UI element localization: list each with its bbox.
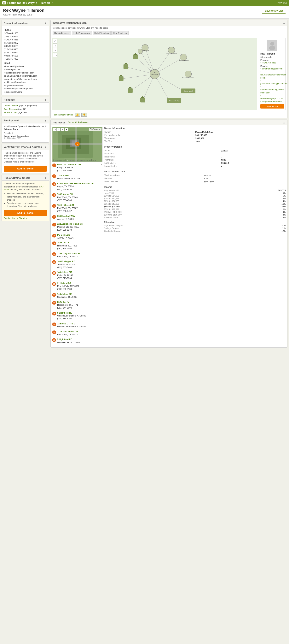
income-row: $100k to $149,999 10% bbox=[104, 211, 286, 213]
address-street[interactable]: 350 Marshall WAY bbox=[57, 215, 75, 218]
address-item: 4 7332 Amber DR Fort Worth, TX 76148 (81… bbox=[52, 193, 102, 202]
owner-info-table: Owner Exxon Mobil Corp Est. Market Value… bbox=[104, 130, 286, 143]
save-to-my-list-button[interactable]: Save to My List bbox=[262, 8, 286, 14]
email-item: jonathan.h.acton@exxonmobil.com bbox=[4, 74, 47, 78]
income-label: $25k to $34,999 bbox=[104, 200, 119, 202]
address-street[interactable]: 5 Lightfield RD bbox=[57, 338, 80, 341]
relative-link[interactable]: Renda Tillerson (Age: 60) (spouse) bbox=[4, 104, 47, 108]
address-item: 12 146 Jellico CIR Keller, TX 76248 (817… bbox=[52, 271, 102, 280]
education-row: College Degree 21% bbox=[104, 227, 286, 230]
addresses-collapse-icon[interactable]: ▲ bbox=[283, 121, 285, 124]
est-market-val: $39,250,000 bbox=[195, 134, 285, 136]
income-row: $10k to $14,999 5% bbox=[104, 194, 286, 197]
criminal-intro-text: Find out more about this person's backgr… bbox=[4, 182, 47, 191]
address-street[interactable]: 7332 Amber DR bbox=[57, 193, 77, 196]
map-overlay-controls: ◄ ▲ ► ▼ bbox=[53, 128, 68, 131]
employment-collapse-icon[interactable]: ▲ bbox=[44, 119, 47, 122]
address-text: 5 Lightfield RD Whitehouse Station, NJ 0… bbox=[57, 312, 86, 320]
income-label: $200k or more bbox=[104, 216, 118, 218]
svg-text:Renda Tillerson: Renda Tillerson bbox=[183, 76, 194, 78]
map-right-nav[interactable]: ► bbox=[61, 128, 64, 131]
map-info-phones-label: Phones: bbox=[260, 59, 284, 61]
address-text: 2525 Drs Rd Rosenberg, TX 77471 (281) 34… bbox=[57, 300, 78, 310]
map-left-nav[interactable]: ◄ bbox=[53, 128, 57, 131]
criminal-collapse-icon[interactable]: ▲ bbox=[44, 176, 47, 179]
contact-collapse-icon[interactable]: ▲ bbox=[44, 22, 47, 24]
living-sq-ft-label: Living Sq. Ft. bbox=[104, 165, 221, 168]
map-info-emails-label: Emails: bbox=[260, 65, 284, 67]
criminal-section-header: Run a Criminal Check ▲ bbox=[2, 175, 49, 181]
hide-relatives-button[interactable]: Hide Relatives bbox=[111, 31, 129, 35]
verify-collapse-icon[interactable]: ▲ bbox=[44, 146, 47, 148]
address-street[interactable]: 1515 Hillcrest ST bbox=[57, 204, 77, 206]
map-down-nav[interactable]: ▼ bbox=[65, 128, 68, 131]
map-collapse-icon[interactable]: ▲ bbox=[283, 22, 285, 24]
relative-link[interactable]: Jackie St Clair (Age: 82) bbox=[4, 111, 47, 114]
address-street[interactable]: 2525 Drs Dr bbox=[57, 241, 77, 244]
address-street[interactable]: 146 Jellico CIR bbox=[57, 271, 73, 274]
income-section: Income Avg. Household $65,775 Less $10K … bbox=[104, 186, 286, 218]
hide-education-button[interactable]: Hide Education bbox=[93, 31, 111, 35]
hide-addresses-button[interactable]: Hide Addresses bbox=[53, 31, 71, 35]
map-resize-icon[interactable]: ⤢ bbox=[53, 39, 57, 43]
address-item: 19 5 Lightfield RD White House, NJ 08888 bbox=[52, 338, 102, 344]
address-street[interactable]: 311 Island DR bbox=[57, 282, 79, 285]
address-item: 7 122 Applehead Island DR Marble Falls, … bbox=[52, 222, 102, 231]
view-profile-button[interactable]: View Profile bbox=[260, 104, 284, 108]
verify-add-profile-button[interactable]: Add to Profile bbox=[4, 166, 47, 172]
address-text: 350 Marshall WAY Argyle, TX 76226 bbox=[57, 215, 75, 221]
property-details-title: Property Details bbox=[104, 146, 286, 148]
criminal-states-link[interactable]: 43 states bbox=[4, 186, 43, 191]
map-subtitle: Visually explore anyone's network. Click… bbox=[51, 26, 287, 30]
address-street[interactable]: 122 Applehead Island DR bbox=[57, 222, 82, 225]
address-badge: 3 bbox=[52, 182, 56, 186]
page-header: IT Profile for Rex Wayne Tillerson ? « M… bbox=[0, 0, 289, 6]
map-visual[interactable]: Rex Tillerson bbox=[52, 38, 257, 110]
address-expand-icon[interactable]: ▶ bbox=[101, 163, 102, 166]
my-list-link[interactable]: « My List bbox=[278, 1, 287, 4]
svg-rect-22 bbox=[128, 88, 133, 93]
relative-link[interactable]: Tyler Tillerson (Age: 28) bbox=[4, 108, 47, 111]
address-street[interactable]: 5959 Las Colinas BLVD bbox=[57, 163, 81, 166]
address-street[interactable]: 146 Jellico CIR bbox=[57, 293, 77, 296]
hide-professional-button[interactable]: Hide Professional bbox=[72, 31, 92, 35]
feedback-thumbs-down-button[interactable]: 👎 bbox=[81, 113, 87, 117]
avg-household-val: $65,775 bbox=[278, 189, 286, 192]
address-street[interactable]: 2525 Drs Rd bbox=[57, 300, 78, 304]
map-zoom-out-icon[interactable]: − bbox=[53, 48, 57, 52]
email-item: kay.westerndorff@exxonmobil.com bbox=[4, 78, 47, 81]
map-zoom-in-icon[interactable]: + bbox=[53, 44, 57, 48]
email-item: rex.tillerson@enventuregt.com bbox=[4, 87, 47, 90]
svg-text:1: 1 bbox=[77, 143, 78, 145]
show-all-addresses-link[interactable]: Show All Addresses bbox=[68, 121, 88, 124]
address-item: 5 1515 Hillcrest ST Fort Worth, TX 76107… bbox=[52, 204, 102, 212]
addresses-map-placeholder[interactable]: 1 100 feet 50 m ◄ ▲ ► ▼ bbox=[52, 127, 102, 162]
address-street[interactable]: 5 Lightfield RD bbox=[57, 312, 86, 314]
address-street[interactable]: PO Box 1171 bbox=[57, 234, 74, 236]
address-badge: 18 bbox=[52, 330, 56, 334]
help-icon[interactable]: ? bbox=[52, 2, 53, 4]
income-val: 20% bbox=[282, 206, 286, 208]
criminal-add-profile-button[interactable]: Add to Profile bbox=[4, 210, 47, 216]
education-title: Education bbox=[104, 221, 286, 224]
profile-age: Age: 64 (Born Mar 23, 1952) bbox=[3, 13, 44, 16]
address-text: PO Box 1171 Argyle, TX 76226 bbox=[57, 234, 74, 240]
income-row: $25k to $34,999 14% bbox=[104, 200, 286, 202]
address-street[interactable]: 32 Bartle CT Tle CT bbox=[57, 322, 86, 325]
address-street[interactable]: 10018 Kleppel RD bbox=[57, 260, 75, 263]
feedback-thumbs-up-button[interactable]: 👍 bbox=[75, 113, 80, 117]
address-badge: 4 bbox=[52, 193, 56, 197]
relatives-collapse-icon[interactable]: ▲ bbox=[44, 98, 47, 101]
email-item: rex.w.tillerson@exxonmobil.com bbox=[4, 71, 47, 74]
phone-item: (817) 369-4363 bbox=[4, 38, 47, 42]
map-fullscreen-icon[interactable]: ⛶ bbox=[53, 53, 57, 57]
address-street[interactable]: 3709 Lucy LN #APT 96 bbox=[57, 252, 80, 255]
address-street[interactable]: 7716 Four Winds DR bbox=[57, 330, 78, 333]
address-street[interactable]: 624 Dove Creek RD #BARTONVILLE bbox=[57, 182, 94, 185]
birds-eye-label[interactable]: Bird's eye ▼ bbox=[89, 128, 101, 131]
map-up-nav[interactable]: ▲ bbox=[57, 128, 60, 131]
criminal-disclaimer-link[interactable]: Criminal Check Disclaimer bbox=[4, 217, 47, 219]
education-val: 21% bbox=[282, 224, 286, 227]
address-street[interactable]: 1374 E New bbox=[57, 174, 80, 177]
address-city: Fort Worth, TX 76148 bbox=[57, 196, 77, 199]
